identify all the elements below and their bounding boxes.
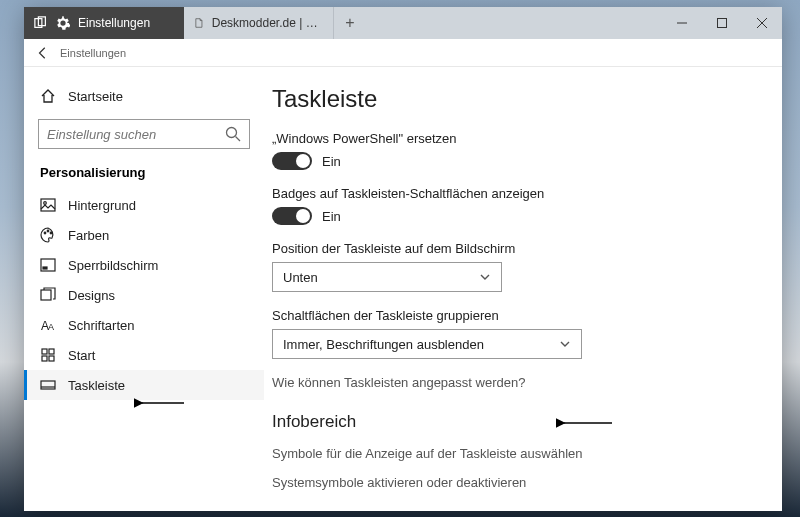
svg-rect-18 [42,349,47,354]
svg-point-10 [44,232,46,234]
section-infobereich: Infobereich [272,412,754,432]
chevron-down-icon [559,338,571,350]
sidebar-label: Startseite [68,89,123,104]
search-icon [225,126,241,142]
tab-settings[interactable]: Einstellungen [24,7,184,39]
toggle-powershell[interactable] [272,152,312,170]
svg-text:A: A [48,322,54,332]
combo-value: Unten [283,270,318,285]
picture-icon [40,197,56,213]
sidebar-section: Personalisierung [24,163,264,190]
sidebar-item-label: Schriftarten [68,318,134,333]
search-input[interactable] [47,127,225,142]
svg-line-7 [236,137,241,142]
back-button[interactable] [30,41,56,65]
svg-rect-19 [49,349,54,354]
svg-rect-14 [43,267,47,269]
start-icon [40,347,56,363]
tabs-icon [34,16,48,30]
tab-title: Einstellungen [78,16,150,30]
chevron-down-icon [479,271,491,283]
sidebar-item-start[interactable]: Start [24,340,264,370]
sidebar-item-taskbar[interactable]: Taskleiste [24,370,264,400]
search-box[interactable] [38,119,250,149]
close-button[interactable] [742,7,782,39]
sidebar-item-label: Sperrbildschirm [68,258,158,273]
sidebar: Startseite Personalisierung Hintergrund … [24,67,264,511]
sidebar-item-label: Farben [68,228,109,243]
sidebar-item-label: Start [68,348,95,363]
sidebar-item-colors[interactable]: Farben [24,220,264,250]
help-link[interactable]: Wie können Taskleisten angepasst werden? [272,375,754,390]
setting-label-position: Position der Taskleiste auf dem Bildschi… [272,241,754,256]
page-title: Taskleiste [272,85,754,113]
fonts-icon: AA [40,317,56,333]
link-select-icons[interactable]: Symbole für die Anzeige auf der Taskleis… [272,446,754,461]
svg-rect-22 [41,381,55,389]
sidebar-item-label: Designs [68,288,115,303]
taskbar-icon [40,377,56,393]
maximize-button[interactable] [702,7,742,39]
tab-title: Deskmodder.de | News, Tipps [212,16,323,30]
svg-rect-21 [49,356,54,361]
toggle-badges[interactable] [272,207,312,225]
page-icon [194,16,204,30]
svg-point-12 [50,232,52,234]
new-tab-button[interactable]: + [334,7,366,39]
link-system-icons[interactable]: Systemsymbole aktivieren oder deaktivier… [272,475,754,490]
toggle-state: Ein [322,209,341,224]
toggle-state: Ein [322,154,341,169]
nav-bar: Einstellungen [24,39,782,67]
svg-rect-15 [41,290,51,300]
svg-point-6 [227,128,237,138]
tab-bar: Einstellungen Deskmodder.de | News, Tipp… [24,7,782,39]
breadcrumb: Einstellungen [60,47,126,59]
window-controls [662,7,782,39]
settings-window: Einstellungen Deskmodder.de | News, Tipp… [24,7,782,511]
sidebar-home[interactable]: Startseite [24,81,264,111]
sidebar-item-fonts[interactable]: AA Schriftarten [24,310,264,340]
setting-label-group: Schaltflächen der Taskleiste gruppieren [272,308,754,323]
lockscreen-icon [40,257,56,273]
combo-value: Immer, Beschriftungen ausblenden [283,337,484,352]
sidebar-item-label: Hintergrund [68,198,136,213]
sidebar-item-themes[interactable]: Designs [24,280,264,310]
setting-label-badges: Badges auf Taskleisten-Schaltflächen anz… [272,186,754,201]
themes-icon [40,287,56,303]
svg-point-11 [47,230,49,232]
gear-icon [56,16,70,30]
palette-icon [40,227,56,243]
home-icon [40,88,56,104]
sidebar-item-label: Taskleiste [68,378,125,393]
combo-position[interactable]: Unten [272,262,502,292]
svg-rect-8 [41,199,55,211]
body: Startseite Personalisierung Hintergrund … [24,67,782,511]
tab-deskmodder[interactable]: Deskmodder.de | News, Tipps [184,7,334,39]
combo-group[interactable]: Immer, Beschriftungen ausblenden [272,329,582,359]
svg-rect-3 [718,19,727,28]
setting-label-powershell: „Windows PowerShell" ersetzen [272,131,754,146]
sidebar-item-background[interactable]: Hintergrund [24,190,264,220]
svg-point-9 [44,202,47,205]
main-content: Taskleiste „Windows PowerShell" ersetzen… [264,67,782,511]
sidebar-item-lockscreen[interactable]: Sperrbildschirm [24,250,264,280]
svg-rect-20 [42,356,47,361]
minimize-button[interactable] [662,7,702,39]
